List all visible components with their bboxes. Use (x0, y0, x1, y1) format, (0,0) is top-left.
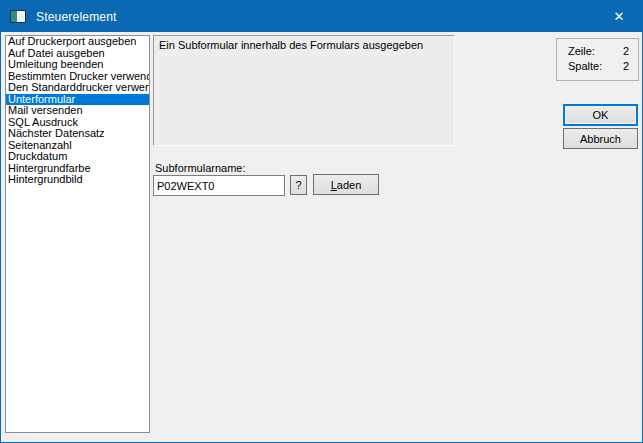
zeile-label: Zeile: (568, 44, 595, 59)
list-item[interactable]: Den Standarddrucker verwenden (6, 82, 149, 94)
description-box: Ein Subformular innerhalb des Formulars … (153, 35, 455, 146)
list-item[interactable]: Druckdatum (6, 151, 149, 163)
spalte-label: Spalte: (568, 59, 602, 74)
load-button-label: Laden (331, 179, 362, 191)
list-item[interactable]: Nächster Datensatz (6, 128, 149, 140)
row-spalte: Spalte: 2 (568, 59, 629, 74)
cancel-button-label: Abbruch (580, 133, 621, 145)
app-icon (10, 10, 26, 23)
description-text: Ein Subformular innerhalb des Formulars … (159, 39, 423, 51)
close-icon: ✕ (614, 9, 625, 24)
position-panel: Zeile: 2 Spalte: 2 (556, 38, 639, 81)
window-title: Steuerelement (36, 10, 117, 24)
option-list[interactable]: Auf Druckerport ausgebenAuf Datei ausgeb… (5, 35, 150, 433)
cancel-button[interactable]: Abbruch (563, 128, 638, 149)
list-item[interactable]: Auf Druckerport ausgeben (6, 36, 149, 48)
list-item[interactable]: Hintergrundbild (6, 174, 149, 186)
spalte-value: 2 (623, 59, 629, 74)
list-item[interactable]: Mail versenden (6, 105, 149, 117)
title-bar: Steuerelement ✕ (1, 1, 642, 32)
subform-name-label: Subformularname: (155, 162, 246, 174)
close-button[interactable]: ✕ (596, 1, 642, 32)
load-button[interactable]: Laden (313, 174, 379, 195)
list-item[interactable]: Umleitung beenden (6, 59, 149, 71)
help-button[interactable]: ? (290, 175, 307, 195)
zeile-value: 2 (623, 44, 629, 59)
dialog-window: Steuerelement ✕ Auf Druckerport ausgeben… (0, 0, 643, 443)
subform-name-input[interactable] (153, 175, 285, 196)
row-zeile: Zeile: 2 (568, 44, 629, 59)
ok-button-label: OK (593, 109, 609, 121)
ok-button[interactable]: OK (563, 104, 638, 126)
help-button-label: ? (295, 179, 301, 191)
